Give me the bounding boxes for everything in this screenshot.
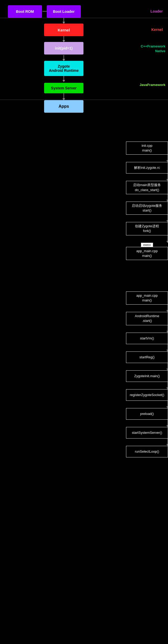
app-main-2-text: app_main.cppmain()	[136, 293, 158, 303]
flow-item-register-socket: registerZygoteSocket()	[0, 389, 168, 401]
flow-item-start-main: 启动main类型服务do_class_start()	[0, 181, 168, 194]
flow-item-parse: 解析init.zygote.rc	[0, 162, 168, 174]
parse-zygote-box: 解析init.zygote.rc	[126, 162, 168, 174]
flow-item-zygoteinit: ZygoteInit.main()	[0, 370, 168, 382]
flow-item-preload: preload()	[0, 408, 168, 420]
app-main-2-box: app_main.cppmain()	[126, 291, 168, 305]
flow-item-android-runtime: AndroidRuntime.start()	[0, 312, 168, 325]
flow-item-start-zygote: 启动启动zygote服务start()	[0, 202, 168, 215]
run-select-loop-box: runSelectLoop()	[126, 446, 168, 457]
diagram-container: Boot ROM Boot Loader Loader Kernel Kerne…	[0, 0, 168, 473]
preload-text: preload()	[140, 412, 154, 416]
arrow-zygote-to-systemserver	[64, 76, 64, 82]
arrow-init-to-zygote	[64, 55, 64, 61]
startvm-box: startVm()	[126, 333, 168, 344]
zygote-flow-section: app_main.cppmain() AndroidRuntime.start(…	[0, 291, 168, 473]
kernel-box: Kernel	[44, 24, 83, 36]
flow-item-app-main-2: app_main.cppmain()	[0, 291, 168, 305]
loader-label: Loader	[150, 9, 163, 13]
android-runtime-text: AndroidRuntime.start()	[135, 314, 159, 323]
java-framework-label: JavaFramework	[140, 83, 165, 87]
flow-item-app-main: app_main.cppmain()	[0, 247, 168, 260]
spacer2	[0, 260, 168, 291]
zygote-line2: Android Runtime	[49, 68, 79, 73]
execv-badge-wrapper: execv	[126, 243, 168, 247]
register-socket-text: registerZygoteSocket()	[130, 393, 164, 397]
start-system-server-box: startSystemServer()	[126, 427, 168, 439]
register-socket-box: registerZygoteSocket()	[126, 389, 168, 401]
arrow-kernel-to-init	[64, 36, 64, 42]
kernel-section-label: Kernel	[151, 28, 163, 32]
android-runtime-box: AndroidRuntime.start()	[126, 312, 168, 325]
preload-box: preload()	[126, 408, 168, 420]
start-main-text: 启动main类型服务do_class_start()	[133, 183, 161, 192]
flow-item-startreg: startReg()	[0, 351, 168, 363]
init-label: init(pid=1)	[55, 46, 72, 50]
zygote-box: Zygote Android Runtime	[44, 61, 83, 76]
start-main-box: 启动main类型服务do_class_start()	[126, 181, 168, 194]
apps-box: Apps	[44, 100, 83, 113]
flow-item-init-cpp: init.cppmain()	[0, 142, 168, 155]
init-cpp-text: init.cppmain()	[141, 143, 152, 153]
boot-loader-label: Boot Loader	[53, 9, 75, 14]
startreg-text: startReg()	[139, 355, 155, 360]
flow-item-startvm: startVm()	[0, 333, 168, 344]
app-main-text: app_main.cppmain()	[136, 249, 158, 258]
system-server-label: System Server	[51, 86, 76, 90]
app-main-box: app_main.cppmain()	[126, 247, 168, 260]
zygote-line1: Zygote	[58, 64, 70, 68]
init-box: init(pid=1)	[44, 42, 83, 55]
init-cpp-box: init.cppmain()	[126, 142, 168, 155]
startvm-text: startVm()	[140, 336, 154, 341]
zygoteinit-box: ZygoteInit.main()	[126, 370, 168, 382]
boot-loader-box: Boot Loader	[47, 5, 81, 18]
boot-rom-box: Boot ROM	[8, 5, 42, 18]
parse-zygote-text: 解析init.zygote.rc	[134, 165, 160, 170]
flow-item-run-select-loop: runSelectLoop()	[0, 446, 168, 457]
cpp-framework-label: C++FrameworkNative	[141, 44, 165, 53]
create-zygote-box: 创建Zygote进程fork()	[126, 222, 168, 235]
bottom-divider	[0, 100, 168, 100]
start-zygote-text: 启动启动zygote服务start()	[132, 203, 162, 213]
apps-label: Apps	[59, 104, 69, 109]
top-divider	[0, 18, 168, 18]
kernel-label: Kernel	[58, 28, 70, 32]
start-system-server-text: startSystemServer()	[132, 430, 162, 435]
spacer1	[0, 110, 168, 142]
flow-item-start-system-server: startSystemServer()	[0, 427, 168, 439]
start-zygote-box: 启动启动zygote服务start()	[126, 202, 168, 215]
boot-flow-section: Boot ROM Boot Loader Loader Kernel Kerne…	[0, 0, 168, 110]
run-select-loop-text: runSelectLoop()	[135, 449, 159, 454]
arrow-systemserver-to-apps	[64, 93, 64, 100]
init-flow-section: init.cppmain() 解析init.zygote.rc 启动main类型…	[0, 142, 168, 260]
boot-rom-label: Boot ROM	[16, 9, 34, 14]
flow-item-create-zygote: 创建Zygote进程fork()	[0, 222, 168, 235]
create-zygote-text: 创建Zygote进程fork()	[135, 224, 159, 233]
arrow-bootloader-to-kernel	[64, 18, 64, 24]
execv-badge: execv	[141, 243, 153, 247]
zygoteinit-text: ZygoteInit.main()	[134, 374, 160, 378]
startreg-box: startReg()	[126, 351, 168, 363]
system-server-box: System Server	[44, 83, 83, 93]
